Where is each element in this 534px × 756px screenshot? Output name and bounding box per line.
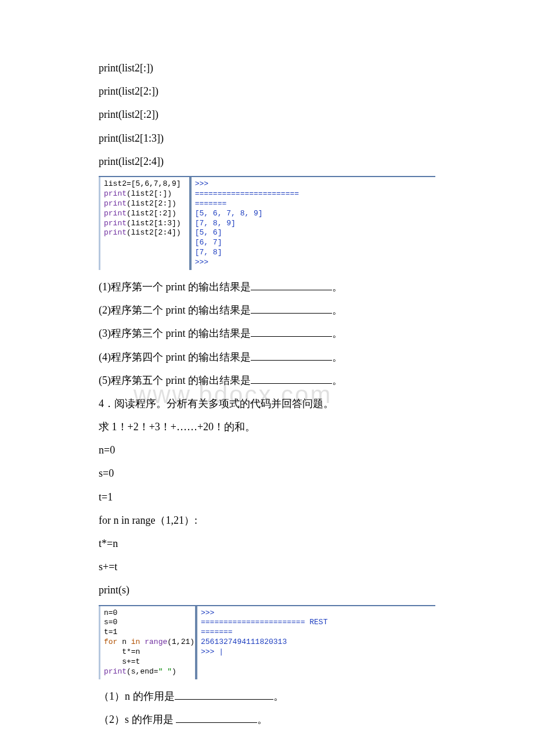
q3-text: (3)程序第三个 print 的输出结果是 xyxy=(99,327,251,339)
code2-line-6: s+=t xyxy=(99,557,435,577)
question-6: （1）n 的作用是。 xyxy=(99,686,435,706)
code-box-2: n=0 s=0 t=1 for n in range(1,21): t*=n s… xyxy=(99,605,435,679)
code2-line-2: s=0 xyxy=(99,463,435,483)
blank-5[interactable] xyxy=(251,383,332,384)
period-1: 。 xyxy=(332,281,342,293)
period-3: 。 xyxy=(332,327,342,339)
q2-text: (2)程序第二个 print 的输出结果是 xyxy=(99,304,251,316)
section-4-title: 4．阅读程序。分析有关多项式的代码并回答问题。 xyxy=(99,394,435,413)
q1-text: (1)程序第一个 print 的输出结果是 xyxy=(99,281,251,293)
question-3: (3)程序第三个 print 的输出结果是。 xyxy=(99,323,435,343)
code2-line-5: t*=n xyxy=(99,534,435,553)
section-4-desc: 求 1！+2！+3！+……+20！的和。 xyxy=(99,417,435,437)
code-line-4: print(list2[1:3]) xyxy=(99,128,435,148)
question-4: (4)程序第四个 print 的输出结果是。 xyxy=(99,347,435,367)
blank-7[interactable] xyxy=(176,722,257,723)
blank-4[interactable] xyxy=(251,360,332,361)
code-box-1: list2=[5,6,7,8,9] print(list2[:]) print(… xyxy=(99,176,435,270)
code-output-2: >>> ======================= REST =======… xyxy=(195,606,323,679)
code-line-1: print(list2[:]) xyxy=(99,58,435,78)
code2-line-1: n=0 xyxy=(99,440,435,460)
q4-text: (4)程序第四个 print 的输出结果是 xyxy=(99,351,251,363)
period-2: 。 xyxy=(332,304,342,316)
code2-line-7: print(s) xyxy=(99,580,435,600)
period-7: 。 xyxy=(257,714,268,725)
code-line-2: print(list2[2:]) xyxy=(99,81,435,101)
period-4: 。 xyxy=(332,351,342,363)
blank-6[interactable] xyxy=(175,699,273,700)
blank-1[interactable] xyxy=(251,290,332,290)
blank-3[interactable] xyxy=(251,336,332,337)
period-5: 。 xyxy=(332,375,342,386)
code-source-1: list2=[5,6,7,8,9] print(list2[:]) print(… xyxy=(99,177,186,270)
q5-text: (5)程序第五个 print 的输出结果是 xyxy=(99,375,251,386)
question-7: （2）s 的作用是 。 xyxy=(99,710,435,729)
code-source-2: n=0 s=0 t=1 for n in range(1,21): t*=n s… xyxy=(99,606,192,679)
question-1: (1)程序第一个 print 的输出结果是。 xyxy=(99,277,435,297)
code2-line-4: for n in range（1,21）: xyxy=(99,510,435,530)
code2-line-3: t=1 xyxy=(99,487,435,507)
code-line-5: print(list2[2:4]) xyxy=(99,152,435,171)
code-output-1: >>> ======================= ======= [5, … xyxy=(189,177,317,270)
blank-2[interactable] xyxy=(251,313,332,314)
code-line-3: print(list2[:2]) xyxy=(99,105,435,124)
q6-text: （1）n 的作用是 xyxy=(99,690,175,702)
period-6: 。 xyxy=(273,690,284,702)
question-2: (2)程序第二个 print 的输出结果是。 xyxy=(99,300,435,320)
q7-text: （2）s 的作用是 xyxy=(99,714,176,725)
question-5: (5)程序第五个 print 的输出结果是。 xyxy=(99,370,435,390)
